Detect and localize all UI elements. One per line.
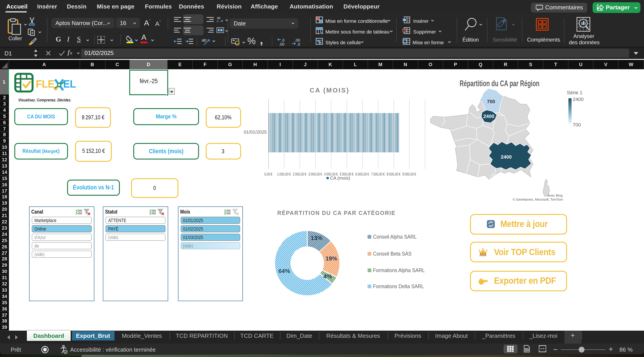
svg-text:,0: ,0	[281, 38, 284, 42]
svg-text:2400: 2400	[484, 113, 494, 119]
svg-text:,00: ,00	[295, 38, 300, 42]
svg-text:,0: ,0	[297, 42, 300, 46]
svg-text:ab: ab	[202, 37, 206, 42]
svg-text:700: 700	[487, 99, 495, 104]
svg-text:,00: ,00	[279, 42, 284, 46]
svg-text:c: c	[217, 19, 218, 22]
svg-text:2400: 2400	[501, 154, 512, 160]
